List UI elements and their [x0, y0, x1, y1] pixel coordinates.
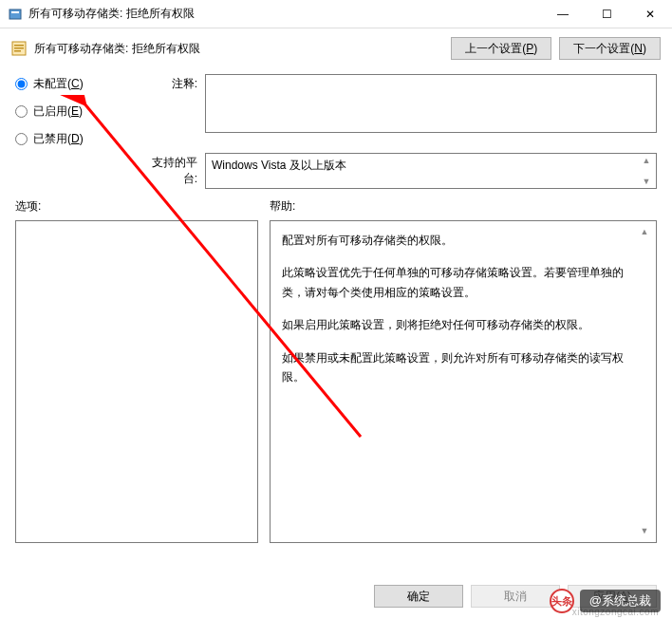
- help-panel: 配置对所有可移动存储类的权限。 此策略设置优先于任何单独的可移动存储策略设置。若…: [270, 220, 657, 543]
- svg-rect-4: [14, 47, 24, 49]
- help-p1: 配置对所有可移动存储类的权限。: [282, 231, 644, 250]
- svg-rect-3: [14, 45, 24, 47]
- options-label: 选项:: [15, 198, 258, 215]
- toolbar: 所有可移动存储类: 拒绝所有权限 上一个设置(P) 下一个设置(N): [0, 28, 672, 68]
- scrollbar-hint[interactable]: ▲▼: [639, 156, 654, 186]
- svg-rect-0: [9, 9, 21, 19]
- radio-disabled-input[interactable]: [15, 133, 28, 145]
- titlebar: 所有可移动存储类: 拒绝所有权限 — ☐ ✕: [0, 0, 672, 28]
- app-icon: [8, 7, 23, 22]
- window-title: 所有可移动存储类: 拒绝所有权限: [28, 6, 541, 22]
- close-button[interactable]: ✕: [628, 0, 672, 28]
- radio-not-configured-input[interactable]: [15, 78, 28, 90]
- radio-disabled-label: 已禁用(D): [33, 131, 84, 147]
- svg-rect-1: [11, 11, 19, 13]
- config-row-platform: 支持的平台: Windows Vista 及以上版本 ▲▼: [0, 153, 672, 195]
- platform-value: Windows Vista 及以上版本: [212, 159, 346, 172]
- minimize-button[interactable]: —: [541, 0, 585, 28]
- radio-enabled-input[interactable]: [15, 105, 28, 118]
- platform-value-box: Windows Vista 及以上版本 ▲▼: [205, 153, 657, 189]
- window-controls: — ☐ ✕: [541, 0, 672, 28]
- help-p4: 如果禁用或未配置此策略设置，则允许对所有可移动存储类的读写权限。: [282, 348, 644, 387]
- platform-label: 支持的平台:: [139, 153, 205, 187]
- prev-setting-button[interactable]: 上一个设置(P): [451, 37, 551, 60]
- watermark-badge-icon: 头条: [550, 589, 574, 613]
- next-setting-button[interactable]: 下一个设置(N): [559, 37, 661, 60]
- policy-icon: [11, 41, 27, 56]
- radio-enabled[interactable]: 已启用(E): [15, 103, 139, 120]
- comment-input[interactable]: [205, 74, 657, 133]
- panels-row: 选项: 帮助:: [0, 195, 672, 220]
- config-row-comment: 未配置(C) 已启用(E) 已禁用(D) 注释:: [0, 68, 672, 153]
- radio-not-configured-label: 未配置(C): [33, 76, 84, 92]
- help-p3: 如果启用此策略设置，则将拒绝对任何可移动存储类的权限。: [282, 315, 644, 334]
- cancel-button[interactable]: 取消: [471, 585, 560, 608]
- options-panel: [15, 220, 258, 543]
- help-label: 帮助:: [270, 198, 657, 215]
- watermark: 头条 @系统总裁: [550, 589, 661, 613]
- watermark-text: @系统总裁: [580, 590, 661, 612]
- svg-rect-5: [14, 50, 21, 52]
- ok-button[interactable]: 确定: [374, 585, 463, 608]
- help-scrollbar[interactable]: ▲▼: [637, 225, 652, 538]
- panels-body: 配置对所有可移动存储类的权限。 此策略设置优先于任何单独的可移动存储策略设置。若…: [0, 220, 672, 543]
- comment-label: 注释:: [139, 74, 205, 92]
- radio-disabled[interactable]: 已禁用(D): [15, 131, 139, 147]
- help-content: 配置对所有可移动存储类的权限。 此策略设置优先于任何单独的可移动存储策略设置。若…: [282, 231, 644, 386]
- radio-enabled-label: 已启用(E): [33, 103, 83, 120]
- radio-group: 未配置(C) 已启用(E) 已禁用(D): [15, 74, 139, 147]
- radio-not-configured[interactable]: 未配置(C): [15, 76, 139, 92]
- maximize-button[interactable]: ☐: [585, 0, 628, 28]
- policy-title: 所有可移动存储类: 拒绝所有权限: [34, 41, 443, 57]
- help-p2: 此策略设置优先于任何单独的可移动存储策略设置。若要管理单独的类，请对每个类使用相…: [282, 263, 644, 302]
